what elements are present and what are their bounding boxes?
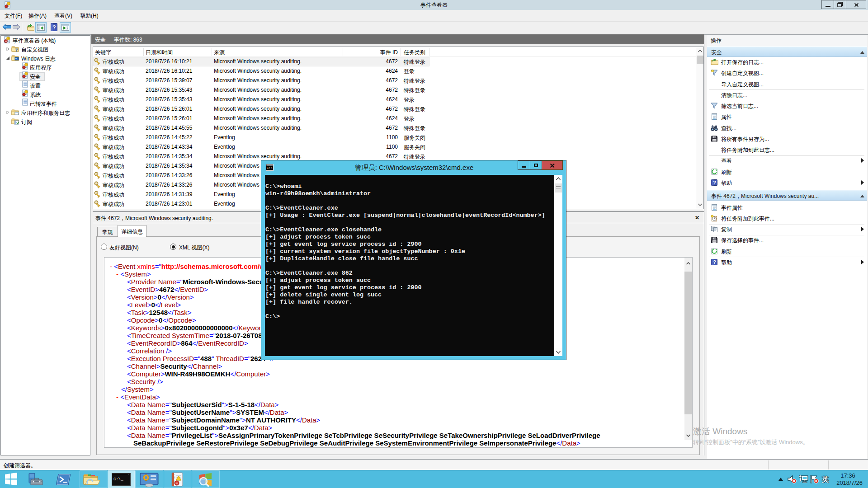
svg-text:?: ?: [713, 259, 716, 265]
svg-text:C:\_: C:\_: [113, 477, 123, 482]
svg-text:?: ?: [713, 180, 716, 185]
svg-text:?: ?: [52, 24, 56, 31]
